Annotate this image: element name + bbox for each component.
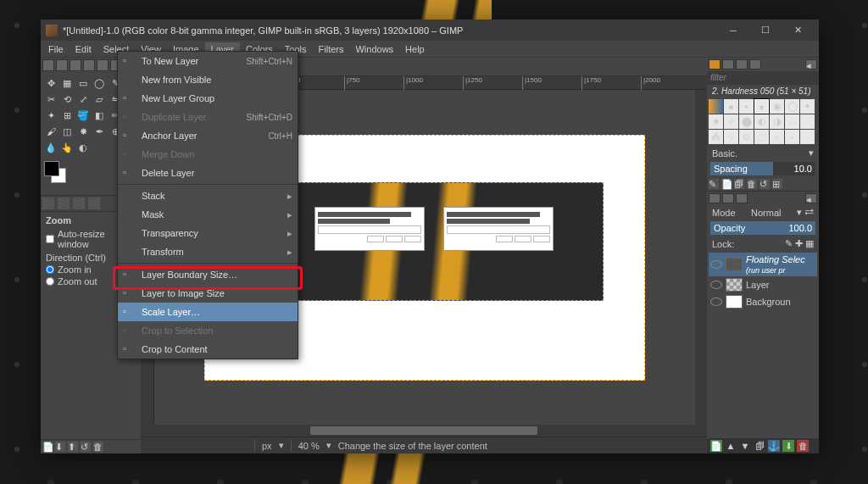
preset-label[interactable]: Basic. [712,148,737,159]
tool-handle[interactable]: ⊞ [59,108,75,123]
tool-unified[interactable]: ✦ [43,108,58,123]
menu-filters[interactable]: Filters [313,42,350,56]
status-zoom[interactable]: 40 % [298,441,320,451]
brush-item[interactable] [709,99,723,114]
layer-down-icon[interactable]: ▼ [739,440,751,452]
layer-up-icon[interactable]: ▲ [725,440,737,452]
tool-air[interactable]: ✸ [75,124,91,139]
visibility-icon[interactable] [710,281,722,289]
brush-filter[interactable]: filter [707,71,819,85]
layer-row[interactable]: Backgroun [709,293,817,310]
brush-item[interactable]: ⁘ [724,130,738,144]
tool-align[interactable]: ▦ [59,75,75,91]
brush-item[interactable]: ⁂ [709,130,723,144]
menu-item-new-layer-group[interactable]: ▫New Layer Group [118,89,298,108]
menu-item-delete-layer[interactable]: ▫Delete Layer [118,164,298,182]
layer-row[interactable]: Floating Selec(run user pr [709,253,817,276]
brush-item[interactable]: ○ [770,130,784,144]
brush-item[interactable]: ∵ [800,114,815,129]
menu-help[interactable]: Help [399,42,431,56]
menu-item-new-from-visible[interactable]: New from Visible [118,70,298,89]
layer-row[interactable]: Layer [709,276,817,293]
brush-item[interactable]: ◦ [785,130,799,144]
brush-item[interactable]: ★ [709,114,723,129]
delete-layer-icon[interactable]: 🗑 [797,440,809,452]
brush-item[interactable]: ◐ [754,114,769,129]
menu-item-transparency[interactable]: Transparency▸ [118,224,298,242]
tool-shear[interactable]: ▱ [92,92,107,107]
tool-paint[interactable]: 🖌 [43,124,58,139]
tool-scale[interactable]: ⤢ [75,92,91,107]
titlebar[interactable]: *[Untitled]-1.0 (RGB color 8-bit gamma i… [41,19,819,41]
tool-ink[interactable]: ✒ [92,124,107,139]
brush-item[interactable]: ⬤ [739,114,754,129]
tool-crop[interactable]: ✂ [43,92,58,107]
menu-item-to-new-layer[interactable]: ▫To New LayerShift+Ctrl+N [118,52,298,70]
brush-item[interactable]: ◉ [770,99,784,114]
brush-item[interactable]: ◯ [785,99,799,114]
fg-color[interactable] [44,161,59,176]
autoresize-checkbox[interactable] [46,235,54,243]
mode-select[interactable]: Normal [751,208,781,218]
opacity-slider[interactable]: Opacity100.0 [710,221,815,235]
brush-item[interactable]: ✧ [724,114,738,129]
tool-gradient[interactable]: ◧ [92,108,107,123]
brush-item[interactable]: ✦ [800,99,815,114]
layers-list: Floating Selec(run user pr Layer Backgro… [707,251,819,438]
tool-blur[interactable]: 💧 [43,140,58,155]
status-unit[interactable]: px [262,441,272,451]
brush-item[interactable]: ● [739,99,754,114]
menu-item-layer-to-image-size[interactable]: ▫Layer to Image Size [118,284,298,303]
menu-file[interactable]: File [42,42,70,56]
tool-rotate[interactable]: ⟲ [59,92,75,107]
menu-item-icon: ▫ [123,343,136,355]
brush-item[interactable]: ◑ [770,114,784,129]
minimize-button[interactable]: ─ [717,19,749,41]
visibility-icon[interactable] [710,298,722,306]
tool-dodge[interactable]: ◐ [75,140,91,155]
visibility-icon[interactable] [710,260,722,269]
zoom-in-radio[interactable] [46,265,54,274]
brush-item[interactable]: ● [724,99,738,114]
tool-smudge[interactable]: 👆 [59,140,75,155]
close-button[interactable]: ✕ [782,19,814,41]
tool-bucket[interactable]: 🪣 [75,108,91,123]
left-bottom-icons[interactable]: 📄⬇⬆↺🗑 [41,439,141,453]
duplicate-layer-icon[interactable]: 🗐 [754,440,765,452]
tool-erase[interactable]: ◫ [59,124,75,139]
zoom-out-radio[interactable] [46,277,54,286]
status-message: Change the size of the layer content [338,441,487,451]
tool-rect-select[interactable]: ▭ [75,75,91,91]
tool-move[interactable]: ✥ [43,75,58,91]
menu-edit[interactable]: Edit [70,42,97,56]
new-layer-icon[interactable]: 📄 [710,440,722,452]
layer-dock-tabs[interactable]: ◂ [707,191,819,205]
scrollbar-horizontal[interactable] [141,425,707,437]
anchor-icon[interactable]: ⚓ [768,440,780,452]
menu-item-icon: ▫ [123,92,136,104]
brush-dock-tabs[interactable]: ◂ [707,58,819,71]
menu-item-icon: ▫ [123,111,136,123]
brush-item[interactable]: ● [754,99,769,114]
menu-item-duplicate-layer: ▫Duplicate LayerShift+Ctrl+D [118,108,298,126]
menu-item-transform[interactable]: Transform▸ [118,242,298,261]
brush-item[interactable]: · [800,130,815,144]
menu-item-anchor-layer[interactable]: ▫Anchor LayerCtrl+H [118,126,298,145]
floating-selection-layer[interactable] [264,182,604,301]
merge-icon[interactable]: ⬇ [782,440,794,452]
maximize-button[interactable]: ☐ [749,19,782,41]
menu-item-scale-layer[interactable]: ▫Scale Layer… [118,303,298,321]
menu-item-layer-boundary-size[interactable]: ▫Layer Boundary Size… [118,265,298,284]
menu-item-stack[interactable]: Stack▸ [118,186,298,205]
tool-ellipse-select[interactable]: ◯ [92,75,107,91]
spacing-slider[interactable]: Spacing10.0 [710,162,815,175]
brush-item[interactable]: ∴ [785,114,799,129]
menu-windows[interactable]: Windows [349,42,399,56]
menu-item-mask[interactable]: Mask▸ [118,205,298,224]
lock-icons[interactable]: ✎ ✚ ▦ [785,238,814,249]
brush-actions[interactable]: ✎📄🗐🗑↺⊞ [707,177,819,191]
menu-item-crop-to-content[interactable]: ▫Crop to Content [118,340,298,359]
brush-item[interactable]: ⊙ [739,130,754,144]
brush-item[interactable]: ◌ [754,130,769,144]
scrollbar-vertical[interactable] [695,90,707,425]
